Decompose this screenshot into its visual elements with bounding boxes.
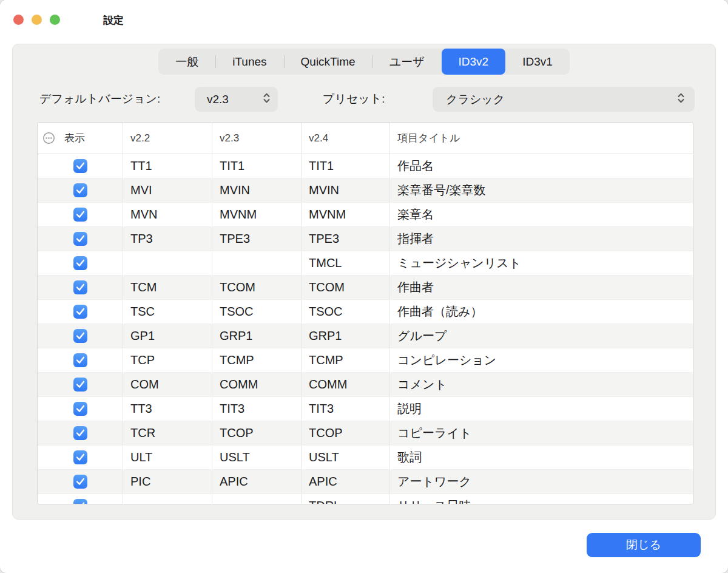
table-row[interactable]: MVI MVIN MVIN 楽章番号/楽章数	[38, 178, 693, 203]
cell-title: コンピレーション	[389, 348, 693, 372]
cell-title: 歌詞	[389, 446, 693, 469]
show-cell	[38, 203, 123, 226]
cell-v23	[212, 494, 301, 504]
preset-dropdown[interactable]: クラシック	[433, 87, 695, 112]
header-v24: v2.4	[301, 123, 389, 154]
cell-title: 楽章名	[389, 203, 693, 226]
cell-v24: GRP1	[301, 324, 389, 348]
cell-title: ミュージシャンリスト	[389, 251, 693, 275]
row-checkbox[interactable]	[73, 232, 87, 246]
table-row[interactable]: COM COMM COMM コメント	[38, 373, 693, 397]
row-checkbox[interactable]	[73, 183, 87, 197]
chevron-up-down-icon	[263, 92, 271, 107]
row-checkbox[interactable]	[73, 280, 87, 294]
table-row[interactable]: ULT USLT USLT 歌詞	[38, 446, 693, 470]
minimize-window-button[interactable]	[32, 15, 42, 25]
row-checkbox[interactable]	[73, 450, 87, 464]
header-v23: v2.3	[212, 123, 301, 154]
settings-window: 設定 一般 iTunes QuickTime ユーザ ID3v2 ID3v1 デ…	[0, 0, 728, 573]
row-checkbox[interactable]	[73, 426, 87, 440]
cell-v23: COMM	[212, 373, 301, 396]
cell-v22: TCP	[123, 348, 212, 372]
cell-v22: TCM	[123, 276, 212, 299]
table-row[interactable]: MVN MVNM MVNM 楽章名	[38, 203, 693, 227]
table-row[interactable]: TCM TCOM TCOM 作曲者	[38, 276, 693, 300]
tab-ID3v2[interactable]: ID3v2	[442, 49, 506, 75]
cell-title: アートワーク	[389, 470, 693, 493]
cell-v22	[123, 251, 212, 275]
cell-v22: TT1	[123, 154, 212, 178]
show-cell	[38, 470, 123, 493]
row-checkbox[interactable]	[73, 159, 87, 173]
table-row[interactable]: TT1 TIT1 TIT1 作品名	[38, 154, 693, 178]
header-show: 表示	[64, 131, 85, 145]
cell-v23: TIT3	[212, 397, 301, 421]
cell-title: グループ	[389, 324, 693, 348]
table-row[interactable]: PIC APIC APIC アートワーク	[38, 470, 693, 494]
table-body: TT1 TIT1 TIT1 作品名 MVI MVIN MVIN 楽章番号/楽章数…	[38, 154, 693, 504]
cell-title: 作曲者	[389, 276, 693, 299]
cell-v22: MVI	[123, 178, 212, 202]
show-cell	[38, 300, 123, 324]
table-row[interactable]: TMCL ミュージシャンリスト	[38, 251, 693, 276]
default-version-label: デフォルトバージョン:	[39, 87, 160, 111]
tab-iTunes[interactable]: iTunes	[215, 49, 283, 75]
cell-v23: TIT1	[212, 154, 301, 178]
tab-label: ID3v1	[522, 55, 553, 69]
cell-v24: TIT3	[301, 397, 389, 421]
header-v22: v2.2	[123, 123, 212, 154]
preset-label: プリセット:	[323, 87, 385, 111]
row-checkbox[interactable]	[73, 475, 87, 489]
cell-title: コピーライト	[389, 421, 693, 445]
zoom-window-button[interactable]	[50, 15, 60, 25]
tab-bar: 一般 iTunes QuickTime ユーザ ID3v2 ID3v1	[158, 49, 570, 75]
show-cell	[38, 348, 123, 372]
close-button[interactable]: 閉じる	[587, 533, 701, 557]
default-version-value: v2.3	[207, 93, 229, 106]
title-bar: 設定	[0, 0, 728, 44]
cell-v22: TSC	[123, 300, 212, 324]
tab-一般[interactable]: 一般	[158, 49, 215, 75]
cell-v24: MVNM	[301, 203, 389, 226]
tab-label: ID3v2	[459, 55, 489, 69]
row-checkbox[interactable]	[73, 329, 87, 343]
table-row[interactable]: TCR TCOP TCOP コピーライト	[38, 421, 693, 446]
chevron-up-down-icon	[677, 92, 685, 107]
cell-v23: TPE3	[212, 227, 301, 251]
cell-title: 作曲者（読み）	[389, 300, 693, 324]
row-checkbox[interactable]	[73, 378, 87, 392]
cell-v23: MVNM	[212, 203, 301, 226]
tab-ID3v1[interactable]: ID3v1	[505, 49, 570, 75]
row-checkbox[interactable]	[73, 499, 87, 504]
cell-v24: COMM	[301, 373, 389, 396]
table-row[interactable]: TP3 TPE3 TPE3 指揮者	[38, 227, 693, 251]
cell-v23: APIC	[212, 470, 301, 493]
table-row[interactable]: TDRL リリース日時	[38, 494, 693, 504]
show-cell	[38, 373, 123, 396]
tab-ユーザ[interactable]: ユーザ	[372, 49, 442, 75]
preset-value: クラシック	[446, 92, 505, 107]
close-window-button[interactable]	[13, 15, 24, 25]
show-cell	[38, 276, 123, 299]
row-checkbox[interactable]	[73, 353, 87, 367]
table-row[interactable]: TT3 TIT3 TIT3 説明	[38, 397, 693, 421]
table-header: 表示 v2.2 v2.3 v2.4 項目タイトル	[38, 123, 693, 154]
default-version-dropdown[interactable]: v2.3	[195, 87, 278, 112]
cell-v23: TCOM	[212, 276, 301, 299]
row-checkbox[interactable]	[73, 256, 87, 270]
content-card: 一般 iTunes QuickTime ユーザ ID3v2 ID3v1 デフォル…	[12, 44, 716, 520]
tab-QuickTime[interactable]: QuickTime	[284, 49, 372, 75]
cell-v23: USLT	[212, 446, 301, 469]
row-checkbox[interactable]	[73, 305, 87, 319]
cell-v22: TCR	[123, 421, 212, 445]
table-row[interactable]: TCP TCMP TCMP コンピレーション	[38, 348, 693, 373]
table-row[interactable]: TSC TSOC TSOC 作曲者（読み）	[38, 300, 693, 324]
cell-v22: GP1	[123, 324, 212, 348]
row-checkbox[interactable]	[73, 402, 87, 416]
table-row[interactable]: GP1 GRP1 GRP1 グループ	[38, 324, 693, 348]
ellipsis-menu-icon[interactable]	[42, 132, 55, 144]
row-checkbox[interactable]	[73, 208, 87, 222]
cell-title: 説明	[389, 397, 693, 421]
cell-title: 作品名	[389, 154, 693, 178]
cell-v24: TDRL	[301, 494, 389, 504]
